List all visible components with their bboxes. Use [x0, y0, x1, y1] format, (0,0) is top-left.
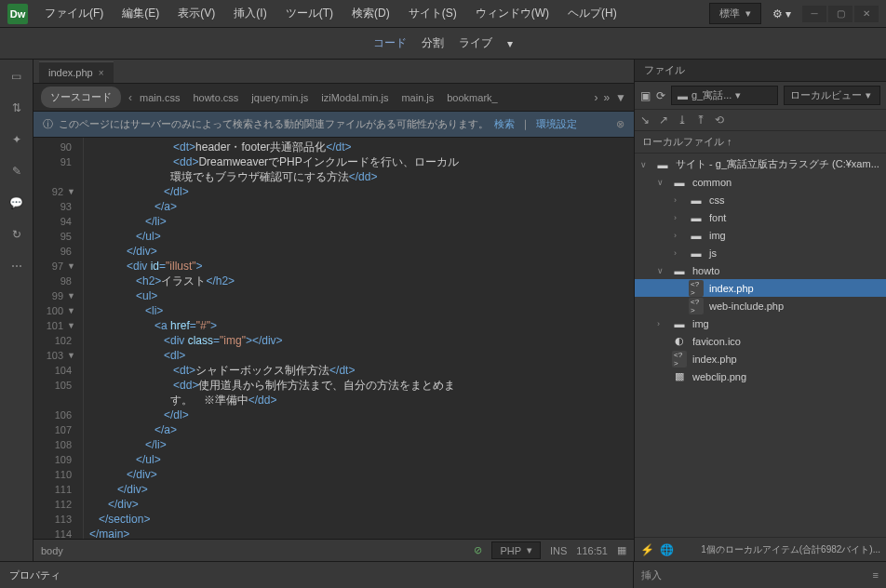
- more-icon[interactable]: »: [603, 91, 610, 104]
- menu-site[interactable]: サイト(S): [401, 2, 464, 25]
- tree-row[interactable]: ›▬img: [635, 226, 886, 244]
- close-button[interactable]: ✕: [854, 6, 879, 22]
- document-icon[interactable]: ▭: [7, 67, 26, 86]
- globe-icon[interactable]: 🌐: [660, 543, 674, 556]
- view-select[interactable]: ローカルビュー▾: [784, 86, 880, 105]
- info-text: このページにはサーバーのみによって検索される動的関連ファイルがある可能性がありま…: [59, 117, 489, 131]
- view-code[interactable]: コード: [373, 35, 407, 51]
- menu-window[interactable]: ウィンドウ(W): [468, 2, 557, 25]
- minimize-button[interactable]: ─: [802, 6, 826, 22]
- tree-row[interactable]: ›▬font: [635, 208, 886, 226]
- related-file[interactable]: howto.css: [193, 92, 238, 103]
- sync2-icon[interactable]: ⟲: [715, 114, 724, 127]
- cursor-position: 116:51: [576, 545, 608, 556]
- tree-row[interactable]: ›▬img: [635, 314, 886, 332]
- get-icon[interactable]: ↘: [640, 114, 650, 127]
- files-panel-tab[interactable]: ファイル: [635, 60, 886, 82]
- tree-row[interactable]: <?>index.php: [635, 350, 886, 368]
- tree-row[interactable]: ›▬css: [635, 191, 886, 208]
- define-icon[interactable]: ▣: [640, 89, 651, 102]
- menu-insert[interactable]: 挿入(I): [226, 2, 274, 25]
- layout-mode-dropdown[interactable]: 標準▾: [709, 3, 761, 24]
- overflow-icon[interactable]: ▦: [617, 544, 626, 556]
- info-prefs-link[interactable]: 環境設定: [536, 117, 577, 131]
- chevron-left-icon[interactable]: ‹: [128, 91, 132, 104]
- info-search-link[interactable]: 検索: [494, 117, 515, 131]
- menu-tools[interactable]: ツール(T): [278, 2, 341, 25]
- maximize-button[interactable]: ▢: [828, 6, 852, 22]
- related-file[interactable]: main.css: [140, 92, 180, 103]
- menu-file[interactable]: ファイル(F): [37, 2, 111, 25]
- gear-icon[interactable]: ⚙ ▾: [772, 7, 791, 20]
- checkin-icon[interactable]: ⤒: [696, 114, 705, 127]
- tree-row[interactable]: ▩webclip.png: [635, 368, 886, 385]
- related-file[interactable]: bookmark_: [447, 92, 497, 103]
- brush-icon[interactable]: ✎: [7, 162, 26, 180]
- tree-row[interactable]: ∨▬common: [635, 173, 886, 191]
- related-file[interactable]: jquery.min.js: [251, 92, 308, 103]
- tree-row[interactable]: ◐favicon.ico: [635, 332, 886, 350]
- filter-icon[interactable]: ▼: [615, 91, 626, 104]
- menu-search[interactable]: 検索(D): [344, 2, 397, 25]
- view-live[interactable]: ライブ: [459, 35, 492, 51]
- related-file[interactable]: iziModal.min.js: [321, 92, 388, 103]
- chevron-down-icon[interactable]: ▾: [507, 37, 513, 50]
- info-bar: ⓘ このページにはサーバーのみによって検索される動的関連ファイルがある可能性があ…: [34, 112, 634, 138]
- star-icon[interactable]: ✦: [7, 130, 26, 149]
- check-icon[interactable]: ⊘: [474, 544, 482, 556]
- insert-label[interactable]: 挿入: [641, 568, 662, 582]
- code-editor[interactable]: 909192▼9394959697▼9899▼100▼101▼102103▼10…: [34, 138, 634, 539]
- file-tab-index[interactable]: index.php ×: [39, 61, 114, 83]
- checkout-icon[interactable]: ⤓: [678, 114, 687, 127]
- site-select[interactable]: ▬g_寓話...▾: [671, 86, 778, 105]
- tree-row[interactable]: ∨▬サイト - g_寓話立版古カラスグチ (C:¥xam...: [635, 155, 886, 173]
- tree-row[interactable]: <?>web-include.php: [635, 297, 886, 314]
- column-header[interactable]: ローカルファイル ↑: [635, 131, 886, 154]
- tree-row[interactable]: ∨▬howto: [635, 261, 886, 279]
- source-code-button[interactable]: ソースコード: [41, 87, 121, 108]
- app-logo: Dw: [7, 4, 28, 24]
- related-file[interactable]: main.js: [401, 92, 434, 103]
- chevron-down-icon: ▾: [745, 7, 751, 20]
- line-gutter: 909192▼9394959697▼9899▼100▼101▼102103▼10…: [34, 138, 84, 539]
- file-tree[interactable]: ∨▬サイト - g_寓話立版古カラスグチ (C:¥xam...∨▬common›…: [635, 154, 886, 537]
- menu-help[interactable]: ヘルプ(H): [560, 2, 624, 25]
- put-icon[interactable]: ↗: [659, 114, 668, 127]
- plug-icon[interactable]: ⚡: [640, 543, 654, 556]
- file-stats: 1個のローカルアイテム(合計6982バイト)...: [701, 543, 880, 556]
- panel-menu-icon[interactable]: ≡: [873, 569, 879, 581]
- tree-row[interactable]: <?>index.php: [635, 279, 886, 297]
- breadcrumb[interactable]: body: [41, 545, 464, 556]
- language-select[interactable]: PHP▾: [491, 541, 541, 559]
- more-icon[interactable]: ⋯: [7, 257, 26, 275]
- insert-mode[interactable]: INS: [550, 545, 567, 556]
- view-split[interactable]: 分割: [422, 35, 444, 51]
- chevron-right-icon[interactable]: ›: [594, 91, 597, 104]
- swap-icon[interactable]: ⇅: [7, 99, 26, 117]
- menu-edit[interactable]: 編集(E): [114, 2, 167, 25]
- properties-tab[interactable]: プロパティ: [0, 562, 634, 588]
- info-icon: ⓘ: [43, 117, 53, 131]
- tree-row[interactable]: ›▬js: [635, 244, 886, 261]
- close-icon[interactable]: ⊗: [616, 118, 624, 130]
- refresh-icon[interactable]: ↻: [7, 225, 26, 244]
- tool-strip: ▭ ⇅ ✦ ✎ 💬 ↻ ⋯: [0, 60, 34, 561]
- close-icon[interactable]: ×: [99, 68, 104, 78]
- menu-view[interactable]: 表示(V): [170, 2, 222, 25]
- comment-icon[interactable]: 💬: [7, 194, 26, 212]
- menubar: ファイル(F) 編集(E) 表示(V) 挿入(I) ツール(T) 検索(D) サ…: [37, 2, 624, 25]
- sync-icon[interactable]: ⟳: [656, 89, 665, 102]
